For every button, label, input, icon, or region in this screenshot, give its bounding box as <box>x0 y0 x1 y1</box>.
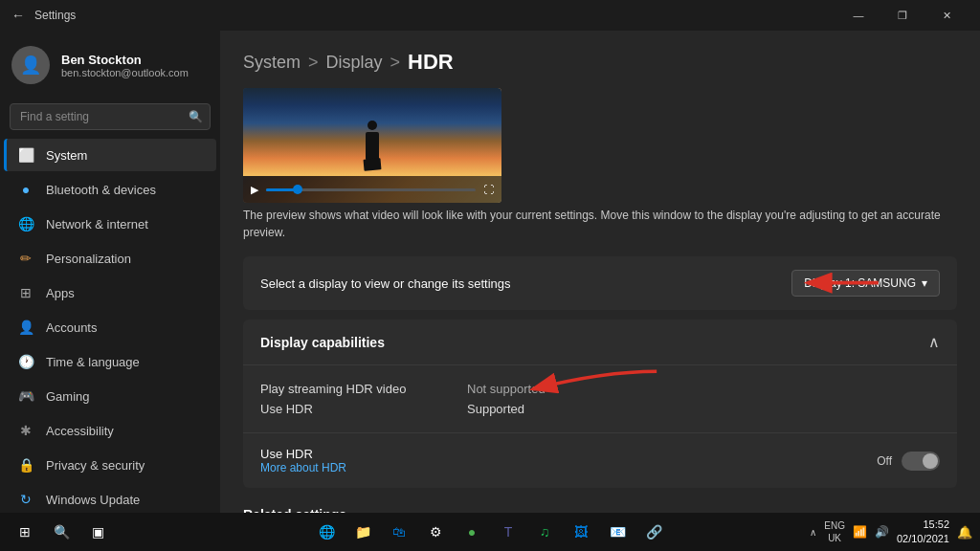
network-icon: 🌐 <box>17 215 34 232</box>
chrome-button[interactable]: ● <box>455 515 489 549</box>
taskbar-right: ∧ ENG UK 📶 🔊 15:52 02/10/2021 🔔 <box>810 518 972 547</box>
sidebar-label-gaming: Gaming <box>46 389 90 404</box>
taskbar-center: 🌐 📁 🛍 ⚙ ● T ♫ 🖼 📧 🔗 <box>309 515 671 549</box>
display-dropdown[interactable]: Display 1: SAMSUNG ▾ <box>791 270 940 297</box>
video-controls: ▶ ⛶ <box>243 176 501 203</box>
capability-hdr-label: Use HDR <box>260 402 452 416</box>
system-tray: ∧ <box>810 527 816 538</box>
store-button[interactable]: 🛍 <box>382 515 416 549</box>
search-input[interactable] <box>10 103 211 130</box>
display-value: Display 1: SAMSUNG <box>804 276 916 290</box>
sidebar-item-gaming[interactable]: 🎮 Gaming <box>4 380 216 412</box>
sidebar-label-update: Windows Update <box>46 493 140 507</box>
personalization-icon: ✏ <box>17 250 34 267</box>
sidebar: 👤 Ben Stockton ben.stockton@outlook.com … <box>0 31 220 513</box>
user-profile[interactable]: 👤 Ben Stockton ben.stockton@outlook.com <box>0 31 220 99</box>
sidebar-item-accessibility[interactable]: ✱ Accessibility <box>4 414 216 447</box>
system-icon: ⬜ <box>17 146 34 164</box>
use-hdr-toggle-group: Off <box>877 452 940 471</box>
breadcrumb: System > Display > HDR <box>243 50 957 75</box>
breadcrumb-display[interactable]: Display <box>326 53 383 73</box>
minimize-button[interactable]: — <box>836 0 880 31</box>
app-body: 👤 Ben Stockton ben.stockton@outlook.com … <box>0 31 980 513</box>
avatar: 👤 <box>11 46 50 84</box>
chevron-down-icon: ▾ <box>922 276 927 290</box>
mail-button[interactable]: 📧 <box>600 515 635 549</box>
sidebar-label-privacy: Privacy & security <box>46 458 145 473</box>
sidebar-item-update[interactable]: ↻ Windows Update <box>4 483 216 513</box>
sidebar-item-accounts[interactable]: 👤 Accounts <box>4 311 216 343</box>
user-info: Ben Stockton ben.stockton@outlook.com <box>61 53 189 78</box>
sidebar-label-bluetooth: Bluetooth & devices <box>46 183 156 197</box>
privacy-icon: 🔒 <box>17 456 34 474</box>
search-icon: 🔍 <box>189 110 203 123</box>
sidebar-item-privacy[interactable]: 🔒 Privacy & security <box>4 449 216 481</box>
explorer-button[interactable]: 📁 <box>345 515 380 549</box>
breadcrumb-hdr: HDR <box>408 50 454 75</box>
display-selector-card: Select a display to view or change its s… <box>243 256 957 310</box>
play-button[interactable]: ▶ <box>251 184 258 196</box>
more-about-hdr-link[interactable]: More about HDR <box>260 461 346 474</box>
progress-bar[interactable] <box>266 188 476 191</box>
use-hdr-toggle[interactable] <box>902 452 940 471</box>
close-button[interactable]: ✕ <box>924 0 969 31</box>
breadcrumb-system[interactable]: System <box>243 53 301 73</box>
sidebar-label-apps: Apps <box>46 286 75 300</box>
sidebar-item-bluetooth[interactable]: ● Bluetooth & devices <box>4 173 216 206</box>
date-display: 02/10/2021 <box>897 532 949 546</box>
sidebar-label-accounts: Accounts <box>46 320 97 335</box>
language-region: UK <box>824 532 845 544</box>
time-display: 15:52 <box>897 518 949 532</box>
tray-arrow[interactable]: ∧ <box>810 527 816 538</box>
sidebar-item-network[interactable]: 🌐 Network & internet <box>4 208 216 240</box>
sidebar-item-system[interactable]: ⬜ System <box>4 139 216 171</box>
update-icon: ↻ <box>17 491 34 508</box>
collapse-icon[interactable]: ∧ <box>928 333 940 351</box>
taskbar: ⊞ 🔍 ▣ 🌐 📁 🛍 ⚙ ● T ♫ 🖼 📧 🔗 ∧ ENG UK 📶 🔊 1… <box>0 513 980 551</box>
video-preview: ▶ ⛶ <box>243 88 501 203</box>
spotify-button[interactable]: ♫ <box>527 515 562 549</box>
user-name: Ben Stockton <box>61 53 189 67</box>
maximize-button[interactable]: ❐ <box>880 0 924 31</box>
bluetooth-icon: ● <box>17 181 34 198</box>
display-selector-row: Select a display to view or change its s… <box>243 256 957 310</box>
gaming-icon: 🎮 <box>17 387 34 405</box>
capabilities-rows: Play streaming HDR video Not supported U… <box>243 364 957 432</box>
teams-button[interactable]: T <box>491 515 525 549</box>
sidebar-item-apps[interactable]: ⊞ Apps <box>4 276 216 309</box>
sidebar-label-personalization: Personalization <box>46 252 131 266</box>
toggle-status-label: Off <box>877 454 892 468</box>
edge-browser-button[interactable]: 🌐 <box>309 515 344 549</box>
time-icon: 🕐 <box>17 353 34 370</box>
capability-hdr-value: Supported <box>467 402 524 416</box>
sidebar-label-network: Network & internet <box>46 217 148 231</box>
settings-taskbar-button[interactable]: ⚙ <box>418 515 453 549</box>
language-indicator: ENG UK <box>824 519 845 544</box>
back-button[interactable]: ← <box>11 8 25 23</box>
sidebar-label-accessibility: Accessibility <box>46 424 114 438</box>
capabilities-title: Display capabilities <box>260 335 385 350</box>
photos-button[interactable]: 🖼 <box>564 515 598 549</box>
network-button[interactable]: 🔗 <box>636 515 671 549</box>
search-button[interactable]: 🔍 <box>44 515 78 549</box>
sidebar-label-time: Time & language <box>46 355 140 369</box>
search-box: 🔍 <box>10 103 211 130</box>
taskbar-left: ⊞ 🔍 ▣ <box>8 515 115 549</box>
main-content: System > Display > HDR ▶ <box>220 31 980 513</box>
sidebar-item-personalization[interactable]: ✏ Personalization <box>4 242 216 275</box>
start-button[interactable]: ⊞ <box>8 515 42 549</box>
sidebar-item-time[interactable]: 🕐 Time & language <box>4 345 216 378</box>
capability-streaming-label: Play streaming HDR video <box>260 382 452 396</box>
taskview-button[interactable]: ▣ <box>80 515 115 549</box>
fullscreen-button[interactable]: ⛶ <box>483 184 494 195</box>
accounts-icon: 👤 <box>17 319 34 336</box>
wifi-icon: 📶 <box>853 525 867 539</box>
accessibility-icon: ✱ <box>17 422 34 439</box>
use-hdr-row: Use HDR More about HDR Off <box>243 432 957 488</box>
use-hdr-info: Use HDR More about HDR <box>260 447 346 474</box>
display-selector-label: Select a display to view or change its s… <box>260 276 511 291</box>
use-hdr-title: Use HDR <box>260 447 346 461</box>
notification-icon[interactable]: 🔔 <box>957 525 972 540</box>
sidebar-label-system: System <box>46 148 87 163</box>
capabilities-header: Display capabilities ∧ <box>243 320 957 364</box>
